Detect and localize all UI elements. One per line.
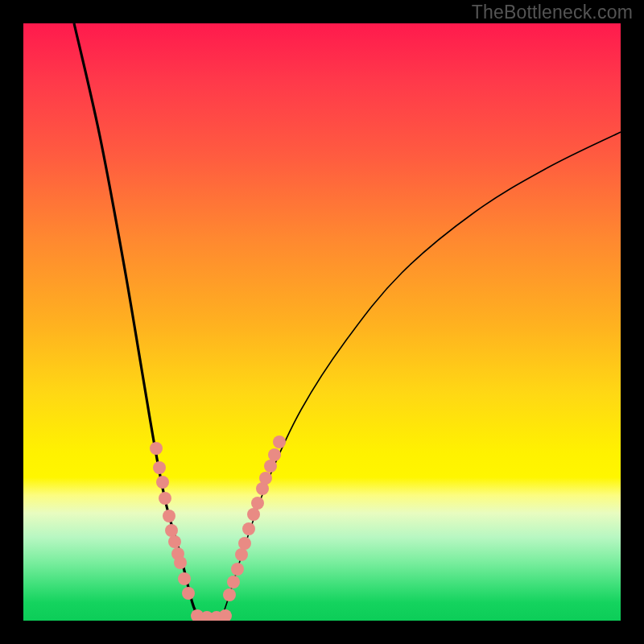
chart-plot-area <box>23 23 621 621</box>
curve-right-branch <box>222 132 621 617</box>
data-dot <box>251 497 264 510</box>
data-dot <box>150 442 163 455</box>
watermark-label: TheBottleneck.com <box>472 2 633 23</box>
data-dots-group <box>150 436 286 621</box>
data-dot <box>259 472 272 485</box>
data-dot <box>178 572 191 585</box>
data-dot <box>227 576 240 588</box>
data-dot <box>231 563 244 576</box>
data-dot <box>242 522 255 535</box>
data-dot <box>165 524 178 537</box>
data-dot <box>247 508 260 521</box>
data-dot <box>238 537 251 550</box>
data-dot <box>273 436 286 448</box>
data-dot <box>268 448 281 461</box>
data-dot <box>168 535 181 548</box>
data-dot <box>163 510 175 522</box>
data-dot <box>223 588 236 601</box>
chart-svg <box>23 23 621 621</box>
curve-left-branch <box>74 23 199 617</box>
data-dot <box>156 476 169 489</box>
data-dot <box>159 492 171 505</box>
data-dot <box>153 461 166 474</box>
data-dot <box>219 609 232 621</box>
data-dot <box>182 587 195 600</box>
data-dot <box>235 548 248 561</box>
data-dot <box>264 460 277 473</box>
data-dot <box>174 556 187 569</box>
